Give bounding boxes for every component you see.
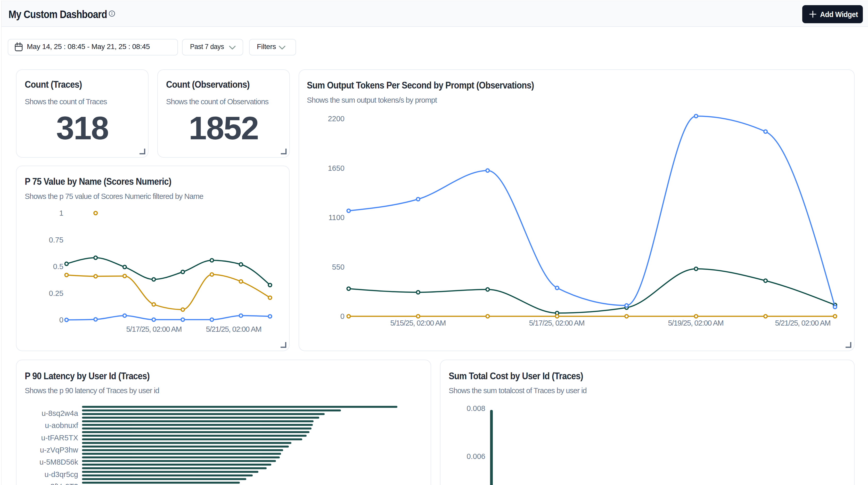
svg-text:5/17/25, 02:00 AM: 5/17/25, 02:00 AM (126, 325, 182, 333)
svg-text:0: 0 (59, 316, 63, 324)
svg-text:u-aobnuxf: u-aobnuxf (45, 421, 79, 429)
svg-text:1: 1 (59, 209, 63, 217)
svg-text:0.75: 0.75 (49, 236, 63, 244)
svg-text:0.5: 0.5 (53, 262, 63, 271)
svg-text:0.25: 0.25 (49, 289, 63, 298)
svg-text:u-zVqP3hw: u-zVqP3hw (40, 446, 79, 454)
svg-text:0.006: 0.006 (466, 452, 485, 460)
svg-text:5/21/25, 02:00 AM: 5/21/25, 02:00 AM (206, 325, 261, 333)
svg-text:u-8fVa9T3: u-8fVa9T3 (44, 482, 78, 485)
svg-text:550: 550 (332, 263, 344, 271)
svg-text:1650: 1650 (328, 164, 344, 172)
svg-text:u-d3qr5cg: u-d3qr5cg (44, 470, 78, 479)
svg-text:5/19/25, 02:00 AM: 5/19/25, 02:00 AM (668, 319, 723, 327)
svg-text:5/15/25, 02:00 AM: 5/15/25, 02:00 AM (391, 319, 446, 327)
svg-text:0: 0 (340, 312, 344, 321)
svg-text:u-tFAR5TX: u-tFAR5TX (41, 434, 78, 442)
svg-text:u-8sq2w4a: u-8sq2w4a (41, 409, 79, 417)
svg-text:2200: 2200 (328, 115, 344, 123)
svg-text:1100: 1100 (329, 213, 344, 222)
svg-text:5/17/25, 02:00 AM: 5/17/25, 02:00 AM (529, 319, 585, 327)
svg-text:0.008: 0.008 (466, 404, 485, 413)
svg-text:u-5M8D56k: u-5M8D56k (39, 458, 78, 466)
svg-text:5/21/25, 02:00 AM: 5/21/25, 02:00 AM (775, 319, 831, 327)
